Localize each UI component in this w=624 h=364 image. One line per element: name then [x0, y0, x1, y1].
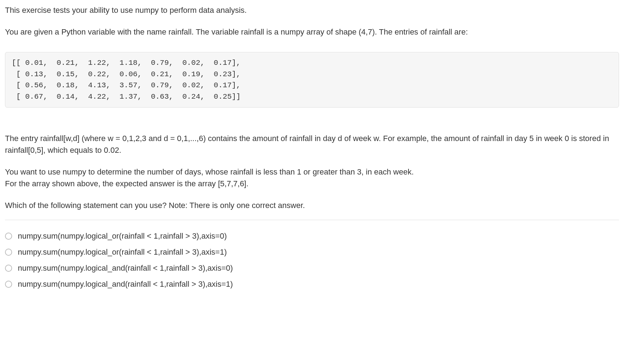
- option-label-3: numpy.sum(numpy.logical_and(rainfall < 1…: [18, 278, 233, 290]
- code-block-rainfall: [[ 0.01, 0.21, 1.22, 1.18, 0.79, 0.02, 0…: [5, 52, 619, 108]
- task-paragraph-line2: For the array shown above, the expected …: [5, 178, 619, 189]
- option-radio-3[interactable]: [5, 281, 12, 288]
- option-label-0: numpy.sum(numpy.logical_or(rainfall < 1,…: [18, 230, 227, 242]
- option-label-1: numpy.sum(numpy.logical_or(rainfall < 1,…: [18, 246, 227, 258]
- option-radio-1[interactable]: [5, 249, 12, 256]
- task-paragraph-line1: You want to use numpy to determine the n…: [5, 166, 619, 178]
- option-row-1: numpy.sum(numpy.logical_or(rainfall < 1,…: [5, 246, 619, 258]
- option-radio-2[interactable]: [5, 265, 12, 272]
- option-label-2: numpy.sum(numpy.logical_and(rainfall < 1…: [18, 262, 233, 274]
- option-row-3: numpy.sum(numpy.logical_and(rainfall < 1…: [5, 278, 619, 290]
- question-prompt: Which of the following statement can you…: [5, 199, 619, 211]
- intro-paragraph: This exercise tests your ability to use …: [5, 4, 619, 16]
- option-radio-0[interactable]: [5, 233, 12, 240]
- answer-options: numpy.sum(numpy.logical_or(rainfall < 1,…: [5, 230, 619, 290]
- option-row-2: numpy.sum(numpy.logical_and(rainfall < 1…: [5, 262, 619, 274]
- description-paragraph: You are given a Python variable with the…: [5, 26, 619, 38]
- question-section: This exercise tests your ability to use …: [5, 4, 619, 220]
- explanation-paragraph: The entry rainfall[w,d] (where w = 0,1,2…: [5, 132, 619, 156]
- option-row-0: numpy.sum(numpy.logical_or(rainfall < 1,…: [5, 230, 619, 242]
